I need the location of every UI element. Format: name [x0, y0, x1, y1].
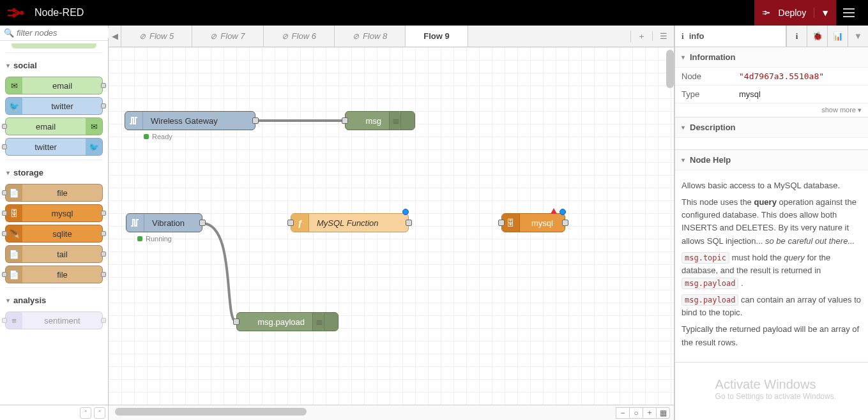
node-mysql[interactable]: 🗄 mysql: [501, 213, 565, 232]
canvas-h-scrollbar[interactable]: [115, 408, 307, 416]
database-icon: 🗄: [502, 214, 520, 232]
node-msg-payload-debug[interactable]: msg.payload ≣: [236, 312, 339, 331]
zoom-out-button[interactable]: −: [616, 407, 630, 419]
disabled-icon: ⊘: [139, 32, 146, 41]
chevron-down-icon: ▾: [6, 169, 10, 176]
sentiment-icon: ≡: [6, 312, 22, 329]
sidebar-tab-dashboard[interactable]: 📊: [827, 26, 848, 47]
chevron-down-icon: ▾: [6, 297, 10, 304]
palette-category-storage[interactable]: ▾storage: [0, 161, 108, 181]
logo-icon: [6, 8, 32, 18]
node-status-vibration: Running: [137, 235, 172, 243]
zoom-reset-button[interactable]: ○: [629, 407, 643, 419]
palette-node-tail[interactable]: 📄tail: [5, 245, 103, 263]
palette-node-mysql[interactable]: 🗄mysql: [5, 204, 103, 222]
palette-node-file-in[interactable]: 📄file: [5, 184, 103, 202]
chevron-down-icon: ▾: [681, 156, 685, 163]
serial-icon: [126, 214, 144, 232]
node-vibration[interactable]: Vibration: [126, 213, 202, 232]
debug-toggle[interactable]: ≣: [389, 112, 400, 130]
node-mysql-function[interactable]: ƒ MySQL Function: [291, 213, 409, 232]
svg-rect-6: [843, 8, 855, 10]
svg-rect-8: [843, 16, 855, 17]
app-header: Node-RED Deploy ▼: [0, 0, 868, 26]
file-icon: 📄: [6, 184, 22, 201]
palette-node-email-out[interactable]: email✉: [5, 117, 103, 135]
add-flow-button[interactable]: ＋: [630, 31, 652, 42]
palette-list[interactable]: ▾social ✉email 🐦twitter email✉ twitter🐦 …: [0, 41, 108, 405]
deploy-label: Deploy: [779, 8, 807, 18]
palette-collapse-button[interactable]: ˄: [80, 407, 91, 419]
node-wireless-gateway[interactable]: Wireless Gateway: [125, 111, 255, 130]
svg-rect-7: [843, 12, 855, 13]
tab-flow-5[interactable]: ⊘Flow 5: [121, 26, 192, 47]
disabled-icon: ⊘: [282, 32, 288, 41]
palette-footer: ˄ ˅: [0, 405, 108, 420]
tab-scroll-left[interactable]: ◀: [109, 26, 121, 47]
navigator-button[interactable]: ▦: [656, 407, 670, 419]
palette-node-email-in[interactable]: ✉email: [5, 77, 103, 94]
palette-node-twitter-out[interactable]: twitter🐦: [5, 138, 103, 156]
palette-category-analysis[interactable]: ▾analysis: [0, 289, 108, 309]
info-node-type: mysql: [733, 86, 868, 103]
workspace-footer: − ○ ＋ ▦: [109, 405, 674, 420]
sidebar-tab-info[interactable]: i info: [675, 26, 786, 47]
palette-category-social[interactable]: ▾social: [0, 54, 108, 74]
palette-node-sentiment[interactable]: ≡sentiment: [5, 311, 103, 329]
show-more-button[interactable]: show more ▾: [675, 103, 868, 117]
canvas-v-scrollbar[interactable]: [666, 50, 674, 88]
node-help-text: Allows basic access to a MySQL database.…: [675, 170, 868, 362]
palette-search: 🔍: [0, 26, 108, 41]
palette-node-file[interactable]: 📄file: [5, 266, 103, 283]
sidebar-tab-debug[interactable]: 🐞: [807, 26, 827, 47]
debug-handle-icon[interactable]: [324, 313, 338, 331]
tab-flow-7[interactable]: ⊘Flow 7: [192, 26, 263, 47]
flow-canvas[interactable]: Wireless Gateway Ready msg ≣ Vibration R…: [109, 47, 674, 405]
palette-expand-button[interactable]: ˅: [94, 407, 105, 419]
tab-flow-8[interactable]: ⊘Flow 8: [335, 26, 406, 47]
chevron-down-icon: ▾: [681, 54, 685, 61]
envelope-icon: ✉: [6, 77, 22, 94]
search-icon: 🔍: [4, 28, 14, 38]
zoom-in-button[interactable]: ＋: [643, 407, 657, 419]
section-description[interactable]: ▾Description: [675, 117, 868, 138]
info-row-type-label: Type: [675, 86, 733, 103]
function-icon: ƒ: [291, 214, 309, 232]
sidebar-tab-help[interactable]: i: [786, 26, 807, 47]
info-node-id: "4d7967a3.5510a8": [739, 71, 824, 81]
disabled-icon: ⊘: [210, 32, 217, 41]
palette-node-sqlite[interactable]: 🪶sqlite: [5, 225, 103, 243]
envelope-icon: ✉: [86, 118, 102, 135]
feather-icon: 🪶: [6, 225, 22, 242]
twitter-icon: 🐦: [86, 139, 102, 155]
disabled-icon: ⊘: [353, 32, 359, 41]
app-title: Node-RED: [34, 7, 84, 19]
main-menu-button[interactable]: [836, 0, 862, 26]
palette-node-twitter-in[interactable]: 🐦twitter: [5, 97, 103, 115]
sidebar-content[interactable]: ▾Information Node"4d7967a3.5510a8" Typem…: [675, 47, 868, 420]
debug-handle-icon[interactable]: [400, 112, 415, 130]
database-icon: 🗄: [6, 205, 22, 221]
chevron-down-icon: ▾: [6, 62, 10, 69]
deploy-button[interactable]: Deploy ▼: [754, 0, 836, 26]
file-icon: 📄: [6, 266, 22, 283]
deploy-caret-icon[interactable]: ▼: [814, 8, 830, 18]
file-icon: 📄: [6, 246, 22, 262]
tab-flow-6[interactable]: ⊘Flow 6: [264, 26, 335, 47]
serial-icon: [125, 112, 143, 130]
section-node-help[interactable]: ▾Node Help: [675, 150, 868, 170]
info-icon: i: [681, 31, 684, 41]
node-status-gateway: Ready: [144, 133, 172, 140]
flow-tabs: ◀ ⊘Flow 5 ⊘Flow 7 ⊘Flow 6 ⊘Flow 8 Flow 9…: [109, 26, 674, 47]
section-information[interactable]: ▾Information: [675, 47, 868, 68]
sidebar-tab-menu[interactable]: ▼: [848, 26, 868, 47]
sidebar-tabs: i info i 🐞 📊 ▼: [675, 26, 868, 47]
twitter-icon: 🐦: [6, 98, 22, 114]
flow-list-button[interactable]: ☰: [652, 31, 674, 41]
deploy-icon: [762, 8, 773, 17]
tab-flow-9[interactable]: Flow 9: [406, 26, 468, 47]
node-msg-debug[interactable]: msg ≣: [345, 111, 415, 130]
debug-toggle[interactable]: ≣: [312, 313, 324, 331]
chevron-down-icon: ▾: [681, 124, 685, 131]
workspace: ◀ ⊘Flow 5 ⊘Flow 7 ⊘Flow 6 ⊘Flow 8 Flow 9…: [109, 26, 674, 420]
